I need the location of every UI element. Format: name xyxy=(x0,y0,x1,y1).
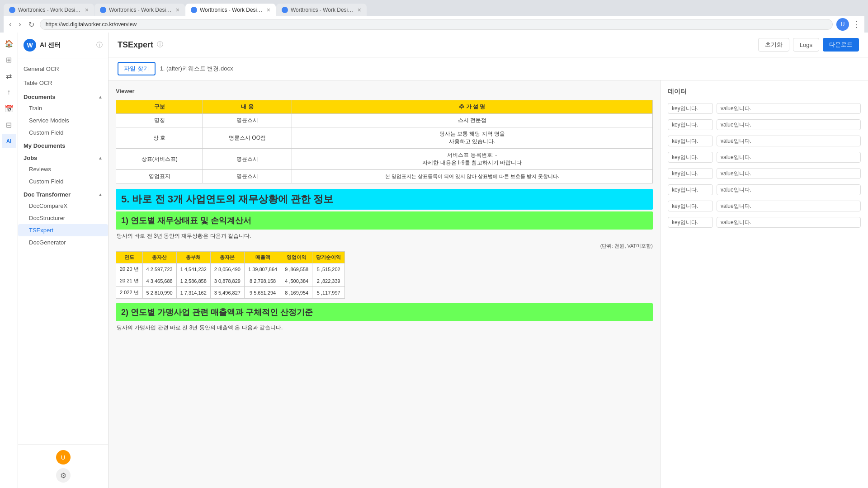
table-row-1: 명칭 명륜스시 스시 전문점 xyxy=(116,114,653,127)
data-val-6[interactable] xyxy=(717,184,861,195)
data-key-8[interactable] xyxy=(668,217,713,228)
franchise-info-table: 구분 내 용 추 가 설 명 명칭 명륜스시 스시 전문점 상 호 명륜스시 O… xyxy=(116,100,653,183)
data-key-2[interactable] xyxy=(668,119,713,130)
col-content: 내 용 xyxy=(203,100,292,114)
logo-text: AI 센터 xyxy=(40,41,61,49)
tab-close-4[interactable]: × xyxy=(358,6,361,14)
file-browse-button[interactable]: 파일 찾기 xyxy=(118,62,156,75)
tab-close-2[interactable]: × xyxy=(176,6,179,14)
table-ocr-label: Table OCR xyxy=(24,80,52,86)
sidebar-icon-home[interactable]: 🏠 xyxy=(2,36,16,51)
cell-desc-3: 서비스표 등록번호: -자세한 내용은 Ⅰ-9를 참고하시기 바랍니다 xyxy=(292,149,652,170)
section-doctransformer-header[interactable]: Doc Transformer ▲ xyxy=(18,188,108,200)
sidebar-item-tsexpert[interactable]: TSExpert xyxy=(18,224,108,236)
fin-col-assets: 총자산 xyxy=(142,252,176,263)
fin-col-equity: 총자본 xyxy=(210,252,244,263)
data-val-3[interactable] xyxy=(717,136,861,146)
data-row-item-1 xyxy=(668,103,861,114)
financial-table: 연도 총자산 총부채 총자본 매출액 영업이익 당기순이익 20 20 년 4 … xyxy=(116,251,345,299)
data-val-5[interactable] xyxy=(717,168,861,179)
tab-close-3[interactable]: × xyxy=(267,6,270,14)
logs-button[interactable]: Logs xyxy=(793,38,819,52)
table-row-3: 상표(서비스표) 명륜스시 서비스표 등록번호: -자세한 내용은 Ⅰ-9를 참… xyxy=(116,149,653,170)
sidebar: W AI 센터 ⓘ General OCR Table OCR Document… xyxy=(18,33,108,488)
data-val-7[interactable] xyxy=(717,201,861,211)
data-row-item-8 xyxy=(668,217,861,228)
sidebar-icon-upload[interactable]: ↑ xyxy=(2,85,16,99)
fin-year-1: 20 20 년 xyxy=(116,263,143,275)
sidebar-icon-table[interactable]: ⊟ xyxy=(2,117,16,132)
tab-4[interactable]: Worttronics - Work Designer × xyxy=(276,4,367,16)
data-row-item-4 xyxy=(668,152,861,163)
sidebar-icon-ai[interactable]: AI xyxy=(2,134,16,148)
sidebar-item-custom-field-docs[interactable]: Custom Field xyxy=(18,127,108,139)
tab-2[interactable]: Worttronics - Work Designer × xyxy=(94,4,185,16)
sidebar-icon-grid[interactable]: ⊞ xyxy=(2,52,16,67)
sidebar-item-reviews[interactable]: Reviews xyxy=(18,163,108,175)
download-button[interactable]: 다운로드 xyxy=(823,38,859,52)
data-row-item-7 xyxy=(668,201,861,211)
data-key-6[interactable] xyxy=(668,184,713,195)
data-key-3[interactable] xyxy=(668,136,713,146)
tab-close-1[interactable]: × xyxy=(85,6,89,14)
forward-button[interactable]: › xyxy=(17,19,23,29)
fin-year-2: 20 21 년 xyxy=(116,275,143,287)
cell-type-3: 상표(서비스표) xyxy=(116,149,203,170)
sidebar-item-doc-comparex[interactable]: DocCompareX xyxy=(18,200,108,212)
financial-row-2020: 20 20 년 4 2,597,723 1 4,541,232 2 8,056,… xyxy=(116,263,345,275)
sidebar-item-service-models[interactable]: Service Models xyxy=(18,114,108,127)
tab-3[interactable]: Worttronics - Work Designer × xyxy=(185,4,276,16)
page-title: TSExpert xyxy=(118,40,153,50)
sidebar-icon-calendar[interactable]: 📅 xyxy=(2,101,16,116)
sidebar-item-train[interactable]: Train xyxy=(18,102,108,114)
section-documents-header[interactable]: Documents ▲ xyxy=(18,90,108,102)
profile-icon[interactable]: U xyxy=(836,18,849,31)
settings-icon[interactable]: ⚙ xyxy=(56,468,71,483)
data-pane-title: 데이터 xyxy=(668,88,861,96)
cell-type-2: 상 호 xyxy=(116,127,203,149)
sidebar-item-table-ocr[interactable]: Table OCR xyxy=(18,76,108,90)
sidebar-icon-transform[interactable]: ⇄ xyxy=(2,69,16,83)
data-val-8[interactable] xyxy=(717,217,861,228)
financial-row-2021: 20 21 년 4 3,465,688 1 2,586,858 3 0,878,… xyxy=(116,275,345,287)
data-key-1[interactable] xyxy=(668,103,713,114)
cell-desc-2: 당사는 보통 해당 지역 명을사용하고 있습니다. xyxy=(292,127,652,149)
data-row-item-3 xyxy=(668,136,861,146)
fin-debt-3: 1 7,314,162 xyxy=(176,287,210,299)
section-jobs-header[interactable]: Jobs ▲ xyxy=(18,151,108,163)
user-avatar[interactable]: U xyxy=(56,450,71,465)
page-info-icon[interactable]: ⓘ xyxy=(157,41,163,49)
tab-title-2: Worttronics - Work Designer xyxy=(109,7,173,13)
sidebar-item-general-ocr[interactable]: General OCR xyxy=(18,62,108,76)
fin-col-debt: 총부채 xyxy=(176,252,210,263)
refresh-button[interactable]: ↻ xyxy=(27,19,36,30)
data-key-7[interactable] xyxy=(668,201,713,211)
data-key-4[interactable] xyxy=(668,152,713,163)
data-val-2[interactable] xyxy=(717,119,861,130)
data-key-5[interactable] xyxy=(668,168,713,179)
data-val-1[interactable] xyxy=(717,103,861,114)
fin-sales-3: 9 5,651,294 xyxy=(244,287,281,299)
section5-sub2-heading: 2) 연도별 가맹사업 관련 매출액과 구체적인 산정기준 xyxy=(116,303,653,321)
sidebar-item-custom-field-jobs[interactable]: Custom Field xyxy=(18,175,108,188)
tab-1[interactable]: Worttronics - Work Designer × xyxy=(4,4,94,16)
cell-type-4: 영업표지 xyxy=(116,170,203,183)
page-header: TSExpert ⓘ 초기화 Logs 다운로드 xyxy=(108,33,868,57)
content-area: Viewer 구분 내 용 추 가 설 명 명칭 명륜스시 스시 전문점 상 호 xyxy=(108,80,868,488)
back-button[interactable]: ‹ xyxy=(7,19,13,29)
data-val-4[interactable] xyxy=(717,152,861,163)
fin-col-net: 당기순이익 xyxy=(312,252,345,263)
section-mydocs-header[interactable]: My Documents xyxy=(18,139,108,151)
sidebar-nav: General OCR Table OCR Documents ▲ Train … xyxy=(18,58,108,444)
sidebar-item-doc-structurer[interactable]: DocStructurer xyxy=(18,212,108,224)
reset-button[interactable]: 초기화 xyxy=(758,38,789,52)
col-gubun: 구분 xyxy=(116,100,203,114)
browser-menu-button[interactable]: ⋮ xyxy=(853,19,861,29)
fin-equity-2: 3 0,878,829 xyxy=(210,275,244,287)
main-content: TSExpert ⓘ 초기화 Logs 다운로드 파일 찾기 1. (after… xyxy=(108,33,868,488)
doctransformer-chevron: ▲ xyxy=(98,192,103,197)
sidebar-item-doc-generator[interactable]: DocGenerator xyxy=(18,236,108,249)
address-input[interactable] xyxy=(40,19,833,30)
logo-info-icon[interactable]: ⓘ xyxy=(96,41,103,49)
fin-debt-2: 1 2,586,858 xyxy=(176,275,210,287)
